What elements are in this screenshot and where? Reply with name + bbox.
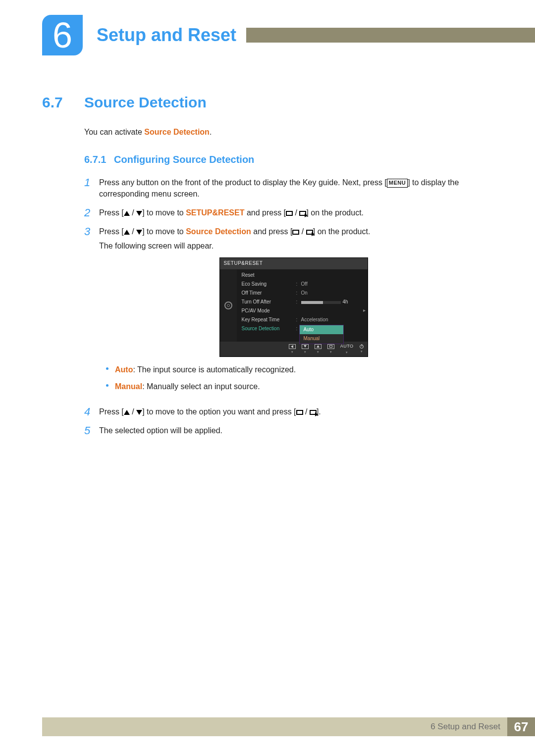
osd-nav-auto: AUTO▾ (340, 343, 354, 355)
down-arrow-icon (136, 230, 142, 235)
osd-screenshot: SETUP&RESET Reset Eco Saving:Off Off Tim… (219, 257, 368, 357)
step3-d: ] on the product. (313, 227, 371, 236)
step-5: 5 The selected option will be applied. (84, 425, 488, 437)
osd-nav-enter-icon: ▾ (327, 344, 334, 354)
chapter-number-badge: 6 (42, 15, 83, 55)
step5-a: The selected option will be applied. (99, 426, 222, 435)
intro-post: . (210, 128, 212, 136)
step-number: 1 (84, 177, 99, 200)
osd-icon-column (220, 269, 237, 342)
step3-a: Press [ (99, 227, 124, 236)
osd-nav-power-icon: ▾ (360, 345, 364, 354)
osd-row-keyrep: Key Repeat Time:Acceleration (237, 316, 368, 325)
osd-label: Key Repeat Time (242, 316, 296, 324)
enter-key-icon (299, 211, 306, 216)
up-arrow-icon (124, 410, 130, 415)
osd-label: Turn Off After (242, 299, 296, 306)
up-arrow-icon (124, 211, 130, 216)
page-footer: 6 Setup and Reset 67 (42, 717, 535, 736)
step-number: 5 (84, 425, 99, 437)
osd-label: Eco Saving (242, 281, 296, 288)
osd-label: PC/AV Mode (242, 307, 296, 315)
osd-value: 4h (343, 299, 348, 306)
osd-footer: ▾ ▾ ▾ ▾ AUTO▾ ▾ (220, 342, 368, 356)
osd-row-eco: Eco Saving:Off (237, 280, 368, 289)
step3-bold: Source Detection (186, 227, 251, 236)
subsection-title: Configuring Source Detection (114, 154, 254, 165)
step-4: 4 Press [ / ] to move to the option you … (84, 406, 488, 418)
step-body: Press [ / ] to move to the option you wa… (99, 406, 488, 418)
osd-label: Reset (242, 272, 296, 279)
step4-a: Press [ (99, 407, 124, 416)
osd-label: Off Timer (242, 290, 296, 297)
bullet-auto: Auto: The input source is automatically … (106, 364, 488, 375)
bullet-bold: Manual (115, 382, 142, 391)
step-3: 3 Press [ / ] to move to Source Detectio… (84, 226, 488, 399)
down-arrow-icon (136, 410, 142, 415)
osd-row-turnoff: Turn Off After:4h (237, 298, 368, 307)
osd-nav-left-icon: ▾ (289, 344, 296, 354)
step2-d: ] on the product. (306, 208, 364, 217)
step-number: 3 (84, 226, 99, 399)
step-body: Press any button on the front of the pro… (99, 177, 488, 200)
section-title: Source Detection (84, 94, 207, 111)
section-number: 6.7 (42, 94, 84, 111)
source-key-icon (292, 230, 299, 235)
chapter-title: Setup and Reset (97, 25, 236, 46)
osd-body: Reset Eco Saving:Off Off Timer:On Turn O… (220, 269, 368, 342)
steps-list: 1 Press any button on the front of the p… (84, 177, 488, 437)
intro-text: You can activate Source Detection. (84, 126, 488, 138)
step1-a: Press any button on the front of the pro… (99, 178, 387, 187)
up-arrow-icon (124, 230, 130, 235)
step-body: Press [ / ] to move to SETUP&RESET and p… (99, 207, 488, 219)
step-body: Press [ / ] to move to Source Detection … (99, 226, 488, 399)
osd-value: Acceleration (301, 316, 328, 324)
osd-nav-down-icon: ▾ (302, 344, 309, 354)
osd-row-reset: Reset (237, 271, 368, 280)
step3-c: and press [ (251, 227, 293, 236)
intro-pre: You can activate (84, 128, 144, 136)
step2-c: and press [ (244, 208, 286, 217)
step-2: 2 Press [ / ] to move to SETUP&RESET and… (84, 207, 488, 219)
bullet-text: : Manually select an input source. (142, 382, 260, 391)
source-key-icon (296, 410, 303, 415)
menu-key-icon: MENU (387, 179, 408, 188)
enter-key-icon (306, 230, 313, 235)
intro-bold: Source Detection (144, 128, 210, 136)
subsection-heading: 6.7.1Configuring Source Detection (84, 152, 488, 167)
section-heading: 6.7 Source Detection (42, 94, 207, 111)
bullet-bold: Auto (115, 365, 133, 374)
source-key-icon (286, 211, 293, 216)
subsection-number: 6.7.1 (84, 152, 114, 167)
footer-chapter-label: 6 Setup and Reset (430, 722, 500, 732)
osd-nav-up-icon: ▾ (315, 344, 321, 354)
step3-follow: The following screen will appear. (99, 240, 488, 252)
osd-value: Off (301, 281, 308, 288)
step3-b: ] to move to (142, 227, 186, 236)
step2-b: ] to move to (142, 208, 186, 217)
bullet-text: : The input source is automatically reco… (133, 365, 296, 374)
step-body: The selected option will be applied. (99, 425, 488, 437)
step4-b: ] to move to the option you want and pre… (142, 407, 296, 416)
step2-a: Press [ (99, 208, 124, 217)
osd-dropdown: Auto Manual (299, 325, 344, 344)
osd-submenu-arrow-icon: ▸ (363, 307, 366, 314)
osd-title: SETUP&RESET (220, 258, 368, 269)
osd-row-pcav: PC/AV Mode (237, 307, 368, 316)
step2-bold: SETUP&RESET (186, 208, 244, 217)
option-bullets: Auto: The input source is automatically … (106, 364, 488, 392)
osd-rows: Reset Eco Saving:Off Off Timer:On Turn O… (237, 269, 368, 342)
footer-page-number: 67 (507, 717, 535, 736)
step-1: 1 Press any button on the front of the p… (84, 177, 488, 200)
enter-key-icon (310, 410, 317, 415)
osd-value: On (301, 290, 308, 297)
osd-option-auto: Auto (300, 325, 343, 335)
step-number: 2 (84, 207, 99, 219)
chapter-header: 6 Setup and Reset (42, 15, 535, 55)
osd-slider (301, 301, 341, 304)
page-body: You can activate Source Detection. 6.7.1… (84, 126, 488, 444)
gear-icon (224, 302, 232, 309)
bullet-manual: Manual: Manually select an input source. (106, 381, 488, 392)
header-stripe (246, 28, 535, 43)
down-arrow-icon (136, 211, 142, 216)
